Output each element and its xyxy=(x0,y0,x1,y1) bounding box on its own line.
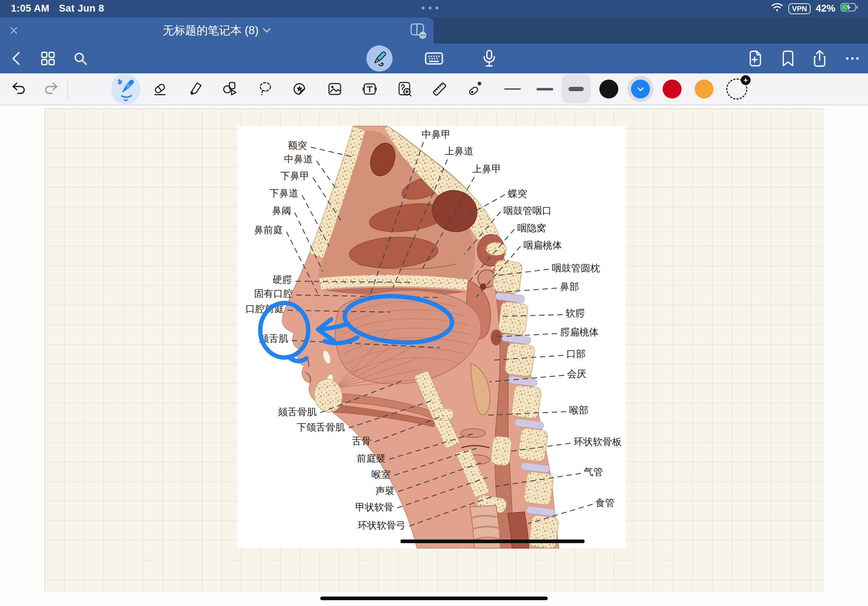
anatomy-label: 鼻前庭 xyxy=(254,224,283,235)
anatomy-label: 鼻阈 xyxy=(272,205,291,216)
anatomy-label: 下鼻甲 xyxy=(281,170,310,181)
anatomy-label: 甲状软骨 xyxy=(355,502,394,513)
undo-button[interactable] xyxy=(5,73,33,105)
anatomy-label: 咽鼓管圆枕 xyxy=(552,263,600,274)
stroke-size-thick-button[interactable] xyxy=(561,73,591,105)
highlighter-icon xyxy=(187,80,204,97)
sticker-icon xyxy=(291,80,308,97)
anatomy-label: 环状软骨弓 xyxy=(358,520,406,531)
color-red-button[interactable] xyxy=(657,73,687,105)
anatomy-label: 下鼻道 xyxy=(270,188,299,199)
laser-pointer-icon xyxy=(466,80,483,97)
anatomy-label: 声襞 xyxy=(375,485,395,496)
pen-tool-icon xyxy=(115,77,137,101)
navigation-bar xyxy=(0,43,868,73)
color-black-button[interactable] xyxy=(594,73,623,105)
text-icon xyxy=(361,80,378,97)
anatomy-label: 食管 xyxy=(595,497,615,508)
add-color-icon: + xyxy=(741,75,750,85)
keyboard-icon xyxy=(425,51,443,66)
anatomy-label: 上鼻甲 xyxy=(472,164,501,175)
custom-color-button[interactable]: + xyxy=(722,73,751,105)
anatomy-label: 下颌舌骨肌 xyxy=(297,422,345,433)
lasso-tool-button[interactable] xyxy=(251,73,280,105)
anatomy-label: 咽隐窝 xyxy=(517,223,546,233)
laser-pointer-tool-button[interactable] xyxy=(460,73,489,105)
add-page-button[interactable] xyxy=(741,43,769,73)
highlighter-tool-button[interactable] xyxy=(181,73,210,105)
anatomy-label: 颏舌骨肌 xyxy=(278,407,316,417)
thumbnails-button[interactable] xyxy=(34,43,62,73)
chevron-down-icon xyxy=(263,28,271,33)
share-icon xyxy=(812,49,828,68)
pen-mode-button[interactable] xyxy=(366,43,393,73)
anatomy-label: 会厌 xyxy=(567,368,586,379)
notebook-tab[interactable]: 无标题的笔记本 (8) xyxy=(0,17,434,43)
stroke-size-thin-button[interactable] xyxy=(498,73,527,105)
dictation-button[interactable] xyxy=(476,43,503,73)
more-icon xyxy=(845,56,860,61)
shapes-tool-button[interactable] xyxy=(216,73,245,105)
undo-icon xyxy=(11,80,27,97)
notebook-page[interactable]: 中鼻甲上鼻道上鼻甲额突中鼻道下鼻甲下鼻道鼻阈鼻前庭蝶突咽鼓管咽口咽隐窝咽扁桃体咽… xyxy=(44,108,824,592)
battery-charging-icon xyxy=(840,3,859,14)
drawing-toolbar: + xyxy=(0,73,868,105)
redo-icon xyxy=(42,80,59,97)
text-tool-button[interactable] xyxy=(355,73,384,105)
anatomy-label: 环状软骨板 xyxy=(574,436,622,447)
pen-tool-button[interactable] xyxy=(111,73,140,105)
stroke-size-medium-button[interactable] xyxy=(530,73,560,105)
study-snippet-icon xyxy=(396,80,413,97)
anatomy-label: 喉部 xyxy=(569,405,589,416)
thumbnails-grid-icon xyxy=(40,51,56,66)
figure-black-bar xyxy=(401,540,584,543)
anatomy-label: 软腭 xyxy=(566,308,585,318)
battery-percent: 42% xyxy=(816,3,835,14)
tab-bar: 无标题的笔记本 (8) xyxy=(0,17,868,43)
search-button[interactable] xyxy=(67,43,94,73)
status-time: 1:05 AM xyxy=(11,3,50,14)
toolbar-divider xyxy=(67,79,68,99)
anatomy-label: 咽鼓管咽口 xyxy=(504,205,552,216)
screen: 1:05 AM Sat Jun 8 VPN 42% xyxy=(0,0,868,606)
color-blue-button[interactable] xyxy=(626,73,655,105)
anatomy-label: 固有口腔 xyxy=(254,288,293,299)
anatomy-figure[interactable]: 中鼻甲上鼻道上鼻甲额突中鼻道下鼻甲下鼻道鼻阈鼻前庭蝶突咽鼓管咽口咽隐窝咽扁桃体咽… xyxy=(237,126,626,548)
anatomy-label: 腭扁桃体 xyxy=(560,327,599,337)
keyboard-button[interactable] xyxy=(420,43,448,73)
anatomy-label: 额突 xyxy=(288,140,307,151)
shapes-icon xyxy=(222,80,239,97)
eraser-tool-button[interactable] xyxy=(146,73,175,105)
bookmark-icon xyxy=(781,50,795,67)
add-page-icon xyxy=(748,50,763,67)
canvas-area: 中鼻甲上鼻道上鼻甲额突中鼻道下鼻甲下鼻道鼻阈鼻前庭蝶突咽鼓管咽口咽隐窝咽扁桃体咽… xyxy=(0,105,868,606)
back-icon xyxy=(9,51,24,66)
anatomy-label: 喉室 xyxy=(372,469,391,480)
anatomy-label: 硬腭 xyxy=(273,274,292,285)
eraser-icon xyxy=(152,80,168,97)
anatomy-label: 中鼻甲 xyxy=(422,129,451,140)
share-button[interactable] xyxy=(806,43,834,73)
more-button[interactable] xyxy=(839,43,866,73)
status-bar: 1:05 AM Sat Jun 8 VPN 42% xyxy=(0,0,868,17)
image-tool-button[interactable] xyxy=(320,73,349,105)
anatomy-label: 鼻部 xyxy=(560,281,579,292)
lasso-icon xyxy=(257,80,274,97)
leader-line xyxy=(316,161,335,188)
bookmark-button[interactable] xyxy=(774,43,802,73)
microphone-icon xyxy=(481,49,498,68)
ruler-tool-button[interactable] xyxy=(425,73,454,105)
sticker-tool-button[interactable] xyxy=(285,73,314,105)
color-orange-button[interactable] xyxy=(690,73,719,105)
wifi-icon xyxy=(771,3,783,14)
back-button[interactable] xyxy=(3,43,31,73)
ruler-icon xyxy=(431,80,448,97)
anatomy-label: 中鼻道 xyxy=(284,154,313,165)
study-snippet-tool-button[interactable] xyxy=(390,73,419,105)
notebook-title[interactable]: 无标题的笔记本 (8) xyxy=(163,23,259,38)
status-date: Sat Jun 8 xyxy=(59,3,104,14)
home-indicator[interactable] xyxy=(320,597,548,600)
anatomy-label: 口部 xyxy=(566,348,586,359)
split-view-pages-icon[interactable] xyxy=(409,22,428,42)
redo-button[interactable] xyxy=(36,73,65,105)
